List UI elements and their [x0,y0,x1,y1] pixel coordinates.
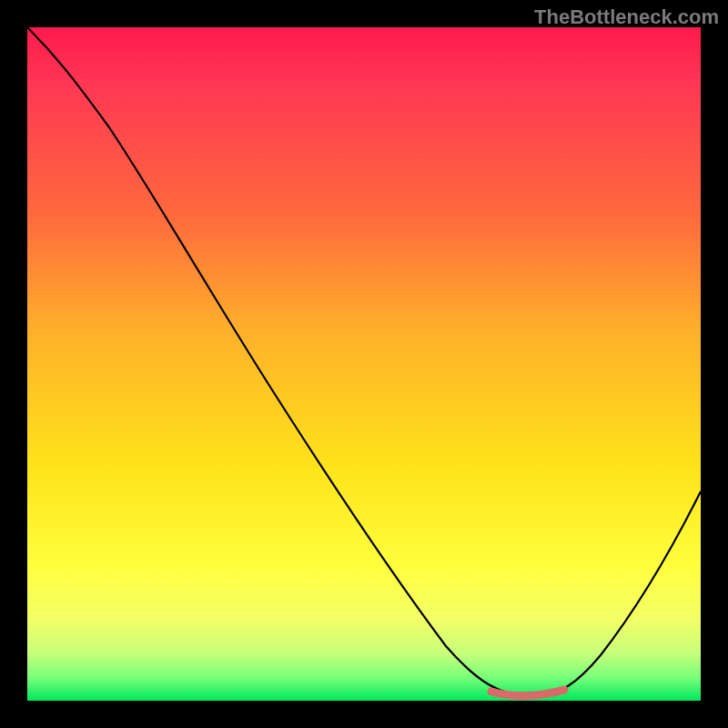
curve-svg [27,27,701,701]
watermark: TheBottleneck.com [534,5,719,29]
highlight-segment [491,690,564,696]
bottleneck-curve [27,27,701,696]
